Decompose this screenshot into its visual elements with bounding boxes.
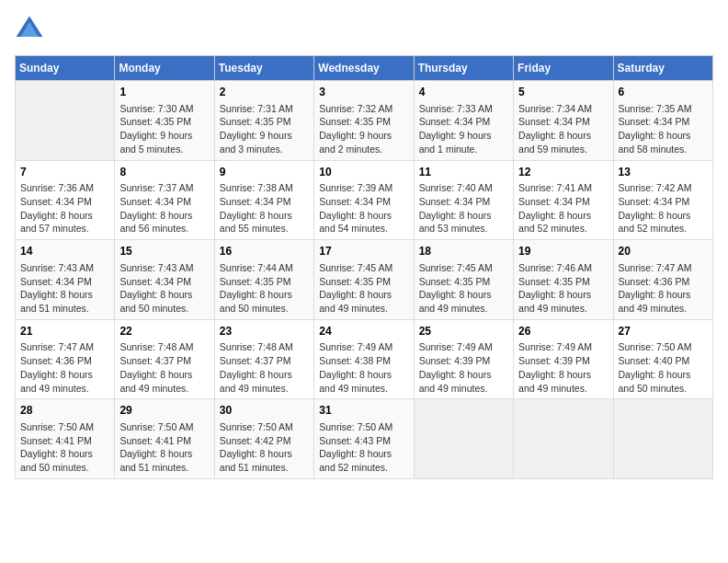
calendar-cell: 8Sunrise: 7:37 AM Sunset: 4:34 PM Daylig… <box>115 160 214 240</box>
day-number: 25 <box>419 324 508 339</box>
day-info: Sunrise: 7:39 AM Sunset: 4:34 PM Dayligh… <box>319 181 408 236</box>
calendar-cell: 4Sunrise: 7:33 AM Sunset: 4:34 PM Daylig… <box>414 81 513 161</box>
calendar-cell: 24Sunrise: 7:49 AM Sunset: 4:38 PM Dayli… <box>314 319 414 399</box>
day-number: 9 <box>220 165 309 180</box>
calendar-header: SundayMondayTuesdayWednesdayThursdayFrid… <box>16 56 713 81</box>
logo-icon <box>15 15 44 44</box>
calendar-cell: 19Sunrise: 7:46 AM Sunset: 4:35 PM Dayli… <box>514 240 613 320</box>
calendar-cell: 23Sunrise: 7:48 AM Sunset: 4:37 PM Dayli… <box>214 319 313 399</box>
calendar-cell: 21Sunrise: 7:47 AM Sunset: 4:36 PM Dayli… <box>16 319 115 399</box>
day-number: 21 <box>20 324 109 339</box>
calendar-cell: 7Sunrise: 7:36 AM Sunset: 4:34 PM Daylig… <box>16 160 115 240</box>
day-info: Sunrise: 7:38 AM Sunset: 4:34 PM Dayligh… <box>220 181 309 236</box>
day-info: Sunrise: 7:42 AM Sunset: 4:34 PM Dayligh… <box>619 181 708 236</box>
calendar-cell <box>613 399 712 479</box>
day-number: 14 <box>20 244 109 259</box>
calendar-cell: 18Sunrise: 7:45 AM Sunset: 4:35 PM Dayli… <box>414 240 513 320</box>
day-number: 16 <box>220 244 309 259</box>
day-info: Sunrise: 7:31 AM Sunset: 4:35 PM Dayligh… <box>220 102 309 156</box>
calendar-cell: 10Sunrise: 7:39 AM Sunset: 4:34 PM Dayli… <box>314 160 414 240</box>
day-info: Sunrise: 7:50 AM Sunset: 4:41 PM Dayligh… <box>119 420 209 475</box>
calendar-cell <box>514 399 613 479</box>
calendar-cell <box>16 81 115 161</box>
calendar-cell: 30Sunrise: 7:50 AM Sunset: 4:42 PM Dayli… <box>214 399 313 479</box>
day-info: Sunrise: 7:43 AM Sunset: 4:34 PM Dayligh… <box>20 261 109 316</box>
calendar-cell: 29Sunrise: 7:50 AM Sunset: 4:41 PM Dayli… <box>115 399 214 479</box>
day-info: Sunrise: 7:47 AM Sunset: 4:36 PM Dayligh… <box>20 340 109 395</box>
calendar-week-3: 14Sunrise: 7:43 AM Sunset: 4:34 PM Dayli… <box>16 240 713 320</box>
day-number: 4 <box>419 85 508 100</box>
calendar-cell: 27Sunrise: 7:50 AM Sunset: 4:40 PM Dayli… <box>613 319 712 399</box>
day-info: Sunrise: 7:33 AM Sunset: 4:34 PM Dayligh… <box>419 102 508 156</box>
day-number: 1 <box>119 85 209 100</box>
day-info: Sunrise: 7:50 AM Sunset: 4:40 PM Dayligh… <box>619 340 708 395</box>
day-info: Sunrise: 7:30 AM Sunset: 4:35 PM Dayligh… <box>119 102 209 156</box>
day-info: Sunrise: 7:49 AM Sunset: 4:39 PM Dayligh… <box>419 340 508 395</box>
header-day-tuesday: Tuesday <box>214 56 313 81</box>
day-number: 2 <box>220 85 309 100</box>
day-info: Sunrise: 7:50 AM Sunset: 4:42 PM Dayligh… <box>220 420 309 475</box>
header-day-friday: Friday <box>514 56 613 81</box>
day-number: 6 <box>619 85 708 100</box>
day-info: Sunrise: 7:48 AM Sunset: 4:37 PM Dayligh… <box>220 340 309 395</box>
calendar-cell: 2Sunrise: 7:31 AM Sunset: 4:35 PM Daylig… <box>214 81 313 161</box>
header-row: SundayMondayTuesdayWednesdayThursdayFrid… <box>16 56 713 81</box>
calendar-cell: 28Sunrise: 7:50 AM Sunset: 4:41 PM Dayli… <box>16 399 115 479</box>
calendar-cell: 1Sunrise: 7:30 AM Sunset: 4:35 PM Daylig… <box>115 81 214 161</box>
day-number: 26 <box>518 324 608 339</box>
day-number: 10 <box>319 165 408 180</box>
day-info: Sunrise: 7:47 AM Sunset: 4:36 PM Dayligh… <box>619 261 708 316</box>
day-info: Sunrise: 7:49 AM Sunset: 4:39 PM Dayligh… <box>518 340 608 395</box>
calendar-cell: 16Sunrise: 7:44 AM Sunset: 4:35 PM Dayli… <box>214 240 313 320</box>
page-header <box>15 15 713 44</box>
day-info: Sunrise: 7:35 AM Sunset: 4:34 PM Dayligh… <box>619 102 708 156</box>
calendar-cell: 22Sunrise: 7:48 AM Sunset: 4:37 PM Dayli… <box>115 319 214 399</box>
calendar-week-1: 1Sunrise: 7:30 AM Sunset: 4:35 PM Daylig… <box>16 81 713 161</box>
calendar-cell: 3Sunrise: 7:32 AM Sunset: 4:35 PM Daylig… <box>314 81 414 161</box>
header-day-thursday: Thursday <box>414 56 513 81</box>
day-info: Sunrise: 7:50 AM Sunset: 4:41 PM Dayligh… <box>20 420 109 475</box>
calendar-cell: 11Sunrise: 7:40 AM Sunset: 4:34 PM Dayli… <box>414 160 513 240</box>
day-info: Sunrise: 7:37 AM Sunset: 4:34 PM Dayligh… <box>119 181 209 236</box>
day-number: 8 <box>119 165 209 180</box>
day-info: Sunrise: 7:32 AM Sunset: 4:35 PM Dayligh… <box>319 102 408 156</box>
day-number: 12 <box>518 165 608 180</box>
calendar-week-5: 28Sunrise: 7:50 AM Sunset: 4:41 PM Dayli… <box>16 399 713 479</box>
calendar-cell: 13Sunrise: 7:42 AM Sunset: 4:34 PM Dayli… <box>613 160 712 240</box>
day-info: Sunrise: 7:48 AM Sunset: 4:37 PM Dayligh… <box>119 340 209 395</box>
day-number: 20 <box>619 244 708 259</box>
day-number: 11 <box>419 165 508 180</box>
day-number: 3 <box>319 85 408 100</box>
day-info: Sunrise: 7:49 AM Sunset: 4:38 PM Dayligh… <box>319 340 408 395</box>
day-number: 18 <box>419 244 508 259</box>
calendar-cell: 20Sunrise: 7:47 AM Sunset: 4:36 PM Dayli… <box>613 240 712 320</box>
calendar-cell: 15Sunrise: 7:43 AM Sunset: 4:34 PM Dayli… <box>115 240 214 320</box>
day-info: Sunrise: 7:40 AM Sunset: 4:34 PM Dayligh… <box>419 181 508 236</box>
day-number: 28 <box>20 403 109 419</box>
header-day-sunday: Sunday <box>16 56 115 81</box>
day-info: Sunrise: 7:45 AM Sunset: 4:35 PM Dayligh… <box>319 261 408 316</box>
calendar-cell: 5Sunrise: 7:34 AM Sunset: 4:34 PM Daylig… <box>514 81 613 161</box>
day-number: 19 <box>518 244 608 259</box>
day-number: 31 <box>319 403 408 419</box>
day-info: Sunrise: 7:41 AM Sunset: 4:34 PM Dayligh… <box>518 181 608 236</box>
header-day-wednesday: Wednesday <box>314 56 414 81</box>
day-number: 27 <box>619 324 708 339</box>
calendar-cell: 26Sunrise: 7:49 AM Sunset: 4:39 PM Dayli… <box>514 319 613 399</box>
day-info: Sunrise: 7:44 AM Sunset: 4:35 PM Dayligh… <box>220 261 309 316</box>
header-day-monday: Monday <box>115 56 214 81</box>
day-number: 15 <box>119 244 209 259</box>
day-number: 24 <box>319 324 408 339</box>
logo <box>15 15 48 44</box>
day-number: 5 <box>518 85 608 100</box>
calendar-table: SundayMondayTuesdayWednesdayThursdayFrid… <box>15 55 713 479</box>
calendar-body: 1Sunrise: 7:30 AM Sunset: 4:35 PM Daylig… <box>16 81 713 479</box>
day-number: 29 <box>119 403 209 419</box>
calendar-cell <box>414 399 513 479</box>
calendar-cell: 9Sunrise: 7:38 AM Sunset: 4:34 PM Daylig… <box>214 160 313 240</box>
day-info: Sunrise: 7:43 AM Sunset: 4:34 PM Dayligh… <box>119 261 209 316</box>
calendar-cell: 6Sunrise: 7:35 AM Sunset: 4:34 PM Daylig… <box>613 81 712 161</box>
calendar-week-2: 7Sunrise: 7:36 AM Sunset: 4:34 PM Daylig… <box>16 160 713 240</box>
calendar-cell: 14Sunrise: 7:43 AM Sunset: 4:34 PM Dayli… <box>16 240 115 320</box>
day-number: 30 <box>220 403 309 419</box>
